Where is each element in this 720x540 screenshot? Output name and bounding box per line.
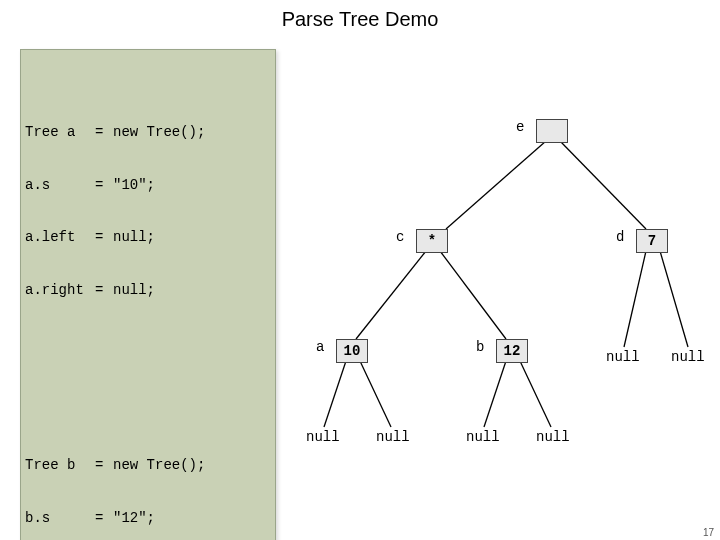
page-number: 17 [703, 527, 714, 538]
svg-line-3 [440, 251, 506, 339]
svg-line-6 [484, 361, 506, 427]
page-title: Parse Tree Demo [0, 8, 720, 31]
parse-tree-diagram: e c * d 7 a 10 b 12 null null null null … [276, 49, 720, 489]
svg-line-2 [356, 251, 426, 339]
leaf-null: null [306, 429, 340, 445]
code-block-a: Tree a=new Tree(); a.s="10"; a.left=null… [25, 87, 265, 336]
svg-line-1 [560, 141, 646, 229]
leaf-null: null [671, 349, 705, 365]
leaf-null: null [376, 429, 410, 445]
node-b: 12 [496, 339, 528, 363]
svg-line-7 [520, 361, 551, 427]
node-a: 10 [336, 339, 368, 363]
leaf-null: null [466, 429, 500, 445]
node-label-e: e [516, 119, 524, 135]
code-pane: Tree a=new Tree(); a.s="10"; a.left=null… [20, 49, 276, 540]
code-block-b: Tree b=new Tree(); b.s="12"; b.left=null… [25, 420, 265, 540]
leaf-null: null [606, 349, 640, 365]
node-label-a: a [316, 339, 324, 355]
svg-line-5 [360, 361, 391, 427]
svg-line-9 [660, 251, 688, 347]
node-label-c: c [396, 229, 404, 245]
leaf-null: null [536, 429, 570, 445]
svg-line-0 [446, 141, 546, 229]
node-d: 7 [636, 229, 668, 253]
node-e [536, 119, 568, 143]
node-label-d: d [616, 229, 624, 245]
svg-line-4 [324, 361, 346, 427]
svg-line-8 [624, 251, 646, 347]
node-c: * [416, 229, 448, 253]
node-label-b: b [476, 339, 484, 355]
